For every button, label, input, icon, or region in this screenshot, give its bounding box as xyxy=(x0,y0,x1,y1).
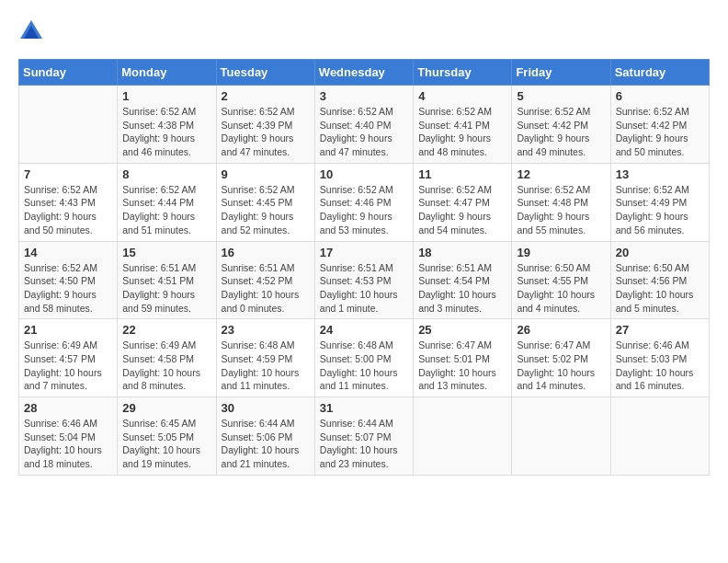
weekday-header: Thursday xyxy=(414,60,512,86)
day-number: 16 xyxy=(222,246,310,259)
calendar-cell xyxy=(512,397,610,476)
day-number: 10 xyxy=(320,167,408,181)
day-info: Sunrise: 6:44 AM Sunset: 5:07 PM Dayligh… xyxy=(320,417,408,471)
calendar-cell: 4Sunrise: 6:52 AM Sunset: 4:41 PM Daylig… xyxy=(414,86,512,164)
calendar-cell: 1Sunrise: 6:52 AM Sunset: 4:38 PM Daylig… xyxy=(118,86,216,164)
day-info: Sunrise: 6:50 AM Sunset: 4:55 PM Dayligh… xyxy=(517,261,605,316)
day-info: Sunrise: 6:47 AM Sunset: 5:02 PM Dayligh… xyxy=(517,339,605,393)
day-number: 8 xyxy=(122,167,210,181)
calendar-week-row: 21Sunrise: 6:49 AM Sunset: 4:57 PM Dayli… xyxy=(19,319,710,397)
calendar-cell: 2Sunrise: 6:52 AM Sunset: 4:39 PM Daylig… xyxy=(216,86,314,164)
calendar-week-row: 1Sunrise: 6:52 AM Sunset: 4:38 PM Daylig… xyxy=(19,86,710,164)
day-number: 24 xyxy=(320,323,408,337)
day-number: 18 xyxy=(418,246,506,259)
day-number: 22 xyxy=(122,323,210,337)
day-number: 19 xyxy=(517,246,605,259)
day-info: Sunrise: 6:51 AM Sunset: 4:54 PM Dayligh… xyxy=(418,261,506,316)
day-number: 28 xyxy=(24,401,112,415)
calendar-cell: 30Sunrise: 6:44 AM Sunset: 5:06 PM Dayli… xyxy=(216,397,314,476)
day-info: Sunrise: 6:44 AM Sunset: 5:06 PM Dayligh… xyxy=(222,417,310,471)
calendar-cell: 17Sunrise: 6:51 AM Sunset: 4:53 PM Dayli… xyxy=(314,241,413,319)
calendar-cell: 16Sunrise: 6:51 AM Sunset: 4:52 PM Dayli… xyxy=(216,241,314,319)
calendar-cell: 31Sunrise: 6:44 AM Sunset: 5:07 PM Dayli… xyxy=(314,397,413,476)
day-info: Sunrise: 6:51 AM Sunset: 4:53 PM Dayligh… xyxy=(320,261,408,316)
calendar-cell xyxy=(414,397,512,476)
day-number: 25 xyxy=(418,323,506,337)
day-number: 14 xyxy=(24,246,112,259)
day-info: Sunrise: 6:52 AM Sunset: 4:50 PM Dayligh… xyxy=(24,261,112,316)
day-info: Sunrise: 6:52 AM Sunset: 4:48 PM Dayligh… xyxy=(517,183,605,237)
day-info: Sunrise: 6:52 AM Sunset: 4:46 PM Dayligh… xyxy=(320,183,408,237)
weekday-header: Wednesday xyxy=(314,60,413,86)
weekday-header: Friday xyxy=(512,60,610,86)
day-number: 29 xyxy=(122,401,210,415)
day-number: 2 xyxy=(222,89,310,103)
calendar-cell: 25Sunrise: 6:47 AM Sunset: 5:01 PM Dayli… xyxy=(414,319,512,397)
day-info: Sunrise: 6:52 AM Sunset: 4:41 PM Dayligh… xyxy=(418,105,506,159)
day-info: Sunrise: 6:52 AM Sunset: 4:47 PM Dayligh… xyxy=(418,183,506,237)
calendar-cell: 6Sunrise: 6:52 AM Sunset: 4:42 PM Daylig… xyxy=(610,86,709,164)
day-info: Sunrise: 6:50 AM Sunset: 4:56 PM Dayligh… xyxy=(616,261,704,316)
day-number: 15 xyxy=(122,246,210,259)
day-info: Sunrise: 6:52 AM Sunset: 4:49 PM Dayligh… xyxy=(616,183,704,237)
day-info: Sunrise: 6:52 AM Sunset: 4:45 PM Dayligh… xyxy=(222,183,310,237)
day-number: 20 xyxy=(616,246,704,259)
day-number: 5 xyxy=(517,89,605,103)
day-info: Sunrise: 6:51 AM Sunset: 4:52 PM Dayligh… xyxy=(222,261,310,316)
calendar-table: SundayMondayTuesdayWednesdayThursdayFrid… xyxy=(18,59,710,476)
day-info: Sunrise: 6:52 AM Sunset: 4:43 PM Dayligh… xyxy=(24,183,112,237)
day-info: Sunrise: 6:52 AM Sunset: 4:42 PM Dayligh… xyxy=(517,105,605,159)
weekday-header: Sunday xyxy=(19,60,118,86)
calendar-cell: 18Sunrise: 6:51 AM Sunset: 4:54 PM Dayli… xyxy=(414,241,512,319)
day-info: Sunrise: 6:49 AM Sunset: 4:58 PM Dayligh… xyxy=(122,339,210,393)
calendar-cell: 13Sunrise: 6:52 AM Sunset: 4:49 PM Dayli… xyxy=(610,163,709,241)
day-number: 1 xyxy=(122,89,210,103)
day-info: Sunrise: 6:52 AM Sunset: 4:40 PM Dayligh… xyxy=(320,105,408,159)
calendar-week-row: 28Sunrise: 6:46 AM Sunset: 5:04 PM Dayli… xyxy=(19,397,710,476)
calendar-cell: 26Sunrise: 6:47 AM Sunset: 5:02 PM Dayli… xyxy=(512,319,610,397)
weekday-header: Saturday xyxy=(610,60,709,86)
day-info: Sunrise: 6:46 AM Sunset: 5:03 PM Dayligh… xyxy=(616,339,704,393)
day-info: Sunrise: 6:45 AM Sunset: 5:05 PM Dayligh… xyxy=(122,417,210,471)
logo xyxy=(18,18,48,44)
calendar-cell: 23Sunrise: 6:48 AM Sunset: 4:59 PM Dayli… xyxy=(216,319,314,397)
day-info: Sunrise: 6:52 AM Sunset: 4:38 PM Dayligh… xyxy=(122,105,210,159)
day-info: Sunrise: 6:48 AM Sunset: 5:00 PM Dayligh… xyxy=(320,339,408,393)
calendar-week-row: 7Sunrise: 6:52 AM Sunset: 4:43 PM Daylig… xyxy=(19,163,710,241)
calendar-cell: 12Sunrise: 6:52 AM Sunset: 4:48 PM Dayli… xyxy=(512,163,610,241)
calendar-cell xyxy=(19,86,118,164)
calendar-cell: 14Sunrise: 6:52 AM Sunset: 4:50 PM Dayli… xyxy=(19,241,118,319)
calendar-cell: 27Sunrise: 6:46 AM Sunset: 5:03 PM Dayli… xyxy=(610,319,709,397)
weekday-header: Monday xyxy=(118,60,216,86)
day-number: 12 xyxy=(517,167,605,181)
day-number: 11 xyxy=(418,167,506,181)
calendar-cell: 9Sunrise: 6:52 AM Sunset: 4:45 PM Daylig… xyxy=(216,163,314,241)
calendar-cell: 19Sunrise: 6:50 AM Sunset: 4:55 PM Dayli… xyxy=(512,241,610,319)
calendar-cell: 8Sunrise: 6:52 AM Sunset: 4:44 PM Daylig… xyxy=(118,163,216,241)
calendar-cell: 20Sunrise: 6:50 AM Sunset: 4:56 PM Dayli… xyxy=(610,241,709,319)
day-info: Sunrise: 6:51 AM Sunset: 4:51 PM Dayligh… xyxy=(122,261,210,316)
day-info: Sunrise: 6:47 AM Sunset: 5:01 PM Dayligh… xyxy=(418,339,506,393)
day-number: 31 xyxy=(320,401,408,415)
day-number: 9 xyxy=(222,167,310,181)
calendar-header-row: SundayMondayTuesdayWednesdayThursdayFrid… xyxy=(19,60,710,86)
day-number: 13 xyxy=(616,167,704,181)
calendar-cell: 29Sunrise: 6:45 AM Sunset: 5:05 PM Dayli… xyxy=(118,397,216,476)
calendar-cell: 11Sunrise: 6:52 AM Sunset: 4:47 PM Dayli… xyxy=(414,163,512,241)
calendar-cell: 15Sunrise: 6:51 AM Sunset: 4:51 PM Dayli… xyxy=(118,241,216,319)
day-info: Sunrise: 6:46 AM Sunset: 5:04 PM Dayligh… xyxy=(24,417,112,471)
day-number: 7 xyxy=(24,167,112,181)
weekday-header: Tuesday xyxy=(216,60,314,86)
day-info: Sunrise: 6:48 AM Sunset: 4:59 PM Dayligh… xyxy=(222,339,310,393)
logo-icon xyxy=(18,18,44,44)
day-number: 17 xyxy=(320,246,408,259)
calendar-cell: 5Sunrise: 6:52 AM Sunset: 4:42 PM Daylig… xyxy=(512,86,610,164)
calendar-cell: 10Sunrise: 6:52 AM Sunset: 4:46 PM Dayli… xyxy=(314,163,413,241)
calendar-cell: 3Sunrise: 6:52 AM Sunset: 4:40 PM Daylig… xyxy=(314,86,413,164)
calendar-cell: 22Sunrise: 6:49 AM Sunset: 4:58 PM Dayli… xyxy=(118,319,216,397)
day-info: Sunrise: 6:52 AM Sunset: 4:42 PM Dayligh… xyxy=(616,105,704,159)
day-number: 26 xyxy=(517,323,605,337)
day-number: 30 xyxy=(222,401,310,415)
calendar-cell: 21Sunrise: 6:49 AM Sunset: 4:57 PM Dayli… xyxy=(19,319,118,397)
calendar-cell xyxy=(610,397,709,476)
